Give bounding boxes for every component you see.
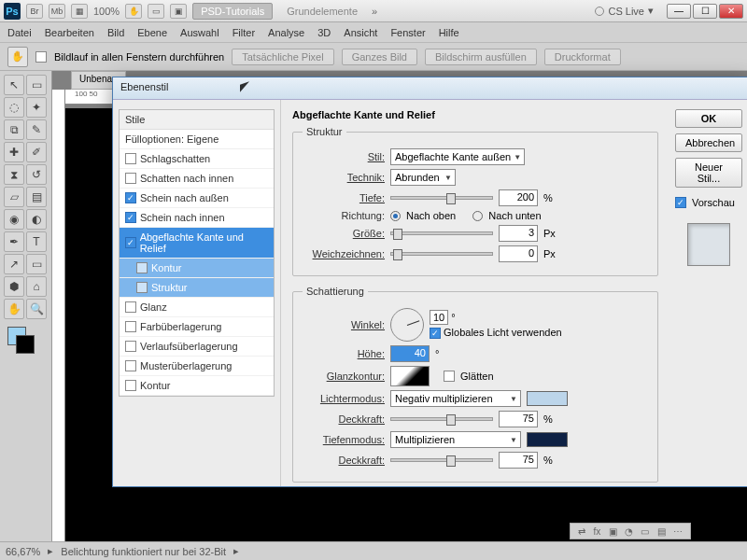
lasso-tool-icon[interactable]: ◌ xyxy=(4,97,24,118)
tool-preset-icon[interactable]: ✋ xyxy=(7,47,28,67)
zoom-level[interactable]: 100% xyxy=(93,6,120,17)
dodge-tool-icon[interactable]: ◐ xyxy=(26,209,47,230)
style-item-stroke[interactable]: Kontur xyxy=(120,376,274,396)
workspace-tab[interactable]: Grundelemente xyxy=(278,3,366,20)
workspace-tab-active[interactable]: PSD-Tutorials xyxy=(192,3,273,20)
hand-tool-icon[interactable]: ✋ xyxy=(4,299,24,319)
depth-input[interactable]: 200 xyxy=(499,189,538,206)
antialias-checkbox[interactable] xyxy=(444,371,455,382)
menu-fenster[interactable]: Fenster xyxy=(390,27,425,38)
highlight-opacity-slider[interactable] xyxy=(390,417,493,421)
soften-input[interactable]: 0 xyxy=(499,245,538,262)
menu-auswahl[interactable]: Auswahl xyxy=(180,27,219,38)
blur-tool-icon[interactable]: ◉ xyxy=(4,209,24,230)
minimize-button[interactable]: — xyxy=(667,4,691,19)
shadow-opacity-slider[interactable] xyxy=(390,458,493,462)
stamp-tool-icon[interactable]: ⧗ xyxy=(4,164,24,185)
crop-tool-icon[interactable]: ⧉ xyxy=(4,119,24,140)
style-item-gradientoverlay[interactable]: Verlaufsüberlagerung xyxy=(120,337,274,357)
ok-button[interactable]: OK xyxy=(675,109,742,128)
menu-analyse[interactable]: Analyse xyxy=(268,27,304,38)
style-item-satin[interactable]: Glanz xyxy=(120,298,274,317)
direction-up-radio[interactable] xyxy=(390,211,401,221)
style-item-patternoverlay[interactable]: Musterüberlagerung xyxy=(120,357,274,376)
global-light-checkbox[interactable] xyxy=(430,328,441,339)
technique-dropdown[interactable]: Abrunden xyxy=(390,169,456,186)
style-item-innerglow[interactable]: Schein nach innen xyxy=(120,208,274,228)
style-item-outerglow[interactable]: Schein nach außen xyxy=(120,189,274,208)
angle-dial[interactable] xyxy=(390,308,424,342)
zoom-tool-icon[interactable]: 🔍 xyxy=(26,299,47,319)
preview-checkbox[interactable] xyxy=(675,197,686,208)
highlight-opacity-input[interactable]: 75 xyxy=(499,411,538,427)
pen-tool-icon[interactable]: ✒ xyxy=(4,231,24,252)
menu-3d[interactable]: 3D xyxy=(317,27,331,38)
shadow-color-swatch[interactable] xyxy=(527,432,568,447)
maximize-button[interactable]: ☐ xyxy=(693,4,717,19)
size-input[interactable]: 3 xyxy=(499,225,538,242)
cancel-button[interactable]: Abbrechen xyxy=(675,133,742,152)
style-dropdown[interactable]: Abgeflachte Kante außen xyxy=(390,148,525,165)
cs-live-button[interactable]: CS Live ▾ xyxy=(595,5,654,17)
gradient-tool-icon[interactable]: ▤ xyxy=(26,187,47,207)
fit-screen-button[interactable]: Ganzes Bild xyxy=(342,49,417,65)
fill-screen-button[interactable]: Bildschirm ausfüllen xyxy=(425,49,537,65)
soften-slider[interactable] xyxy=(390,252,493,256)
blend-options-item[interactable]: Fülloptionen: Eigene xyxy=(120,130,274,149)
direction-down-radio[interactable] xyxy=(472,211,483,221)
marquee-tool-icon[interactable]: ▭ xyxy=(26,75,47,95)
menu-filter[interactable]: Filter xyxy=(233,27,255,38)
close-button[interactable]: ✕ xyxy=(719,4,743,19)
camera-tool-icon[interactable]: ⌂ xyxy=(26,276,47,297)
highlight-mode-dropdown[interactable]: Negativ multiplizieren xyxy=(390,390,521,407)
menu-ebene[interactable]: Ebene xyxy=(137,27,167,38)
style-item-dropshadow[interactable]: Schlagschatten xyxy=(120,149,274,169)
dialog-title[interactable]: Ebenenstil xyxy=(113,77,747,100)
menu-datei[interactable]: Datei xyxy=(7,27,32,38)
3d-tool-icon[interactable]: ⬢ xyxy=(4,276,24,297)
view-extras-icon[interactable]: ▦ xyxy=(71,4,88,19)
wand-tool-icon[interactable]: ✦ xyxy=(26,97,47,118)
status-zoom[interactable]: 66,67% xyxy=(6,546,40,557)
hand-icon[interactable]: ✋ xyxy=(125,4,142,19)
more-icon[interactable]: » xyxy=(372,6,377,17)
style-subitem-texture[interactable]: Struktur xyxy=(120,278,274,298)
shape-tool-icon[interactable]: ▭ xyxy=(26,254,47,274)
arrange-icon[interactable]: ▭ xyxy=(148,4,164,19)
style-item-bevel[interactable]: Abgeflachte Kante und Relief xyxy=(120,228,274,259)
type-tool-icon[interactable]: T xyxy=(26,231,47,252)
style-subitem-contour[interactable]: Kontur xyxy=(120,259,274,278)
size-slider[interactable] xyxy=(390,231,493,235)
angle-input[interactable]: 10 xyxy=(430,310,448,325)
shadow-opacity-input[interactable]: 75 xyxy=(499,452,538,469)
move-tool-icon[interactable]: ↖ xyxy=(4,75,24,95)
print-size-button[interactable]: Druckformat xyxy=(544,49,621,65)
altitude-input[interactable]: 40 xyxy=(390,345,430,362)
foreground-color-swatch[interactable] xyxy=(7,327,26,345)
eraser-tool-icon[interactable]: ▱ xyxy=(4,187,24,207)
new-style-button[interactable]: Neuer Stil... xyxy=(675,158,742,188)
depth-slider[interactable] xyxy=(390,196,493,200)
eyedropper-tool-icon[interactable]: ✎ xyxy=(26,119,47,140)
menu-ansicht[interactable]: Ansicht xyxy=(344,27,377,38)
bridge-icon[interactable]: Br xyxy=(26,4,43,19)
healing-tool-icon[interactable]: ✚ xyxy=(4,142,24,162)
menu-bearbeiten[interactable]: Bearbeiten xyxy=(45,27,94,38)
path-tool-icon[interactable]: ↗ xyxy=(4,254,24,274)
screenmode-icon[interactable]: ▣ xyxy=(170,4,187,19)
brush-tool-icon[interactable]: ✐ xyxy=(26,142,47,162)
styles-header[interactable]: Stile xyxy=(120,110,274,130)
shadow-mode-dropdown[interactable]: Multiplizieren xyxy=(390,431,521,448)
gloss-contour-picker[interactable] xyxy=(390,366,430,386)
background-color-swatch[interactable] xyxy=(16,335,35,354)
actual-pixels-button[interactable]: Tatsächliche Pixel xyxy=(232,49,333,65)
scroll-all-checkbox[interactable] xyxy=(35,51,47,63)
style-item-innershadow[interactable]: Schatten nach innen xyxy=(120,169,274,189)
panel-dock-icons[interactable]: ⇄ fx ▣ ◔ ▭ ▤ ⋯ xyxy=(570,523,691,539)
history-brush-icon[interactable]: ↺ xyxy=(26,164,47,185)
minibridge-icon[interactable]: Mb xyxy=(49,4,65,19)
style-item-coloroverlay[interactable]: Farbüberlagerung xyxy=(120,317,274,337)
menu-hilfe[interactable]: Hilfe xyxy=(439,27,459,38)
menu-bild[interactable]: Bild xyxy=(107,27,124,38)
highlight-color-swatch[interactable] xyxy=(527,391,568,406)
